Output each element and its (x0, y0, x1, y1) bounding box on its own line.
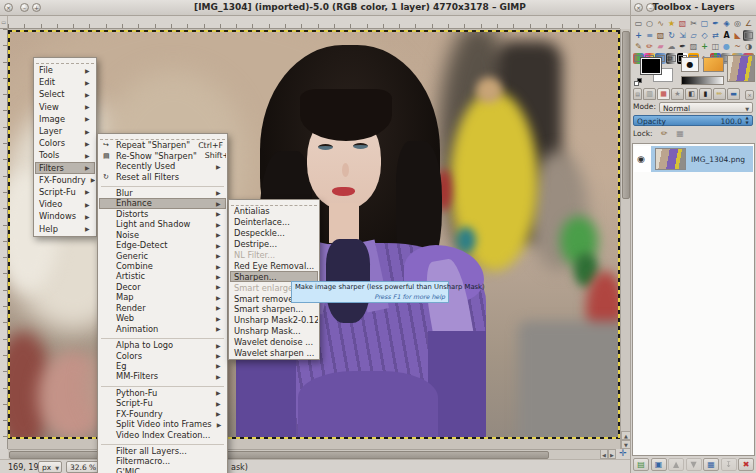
lower-layer-button[interactable]: ▼ (686, 458, 702, 471)
opacity-slider[interactable]: Opacity 100.0 ▲▼ (633, 115, 753, 126)
menu-item[interactable]: Unsharp Mask2-0.12... (230, 315, 318, 326)
blur-sharpen-tool[interactable]: ● (721, 41, 732, 52)
layer-row[interactable]: ◉ IMG_1304.png (634, 146, 753, 172)
smudge-tool[interactable]: ~ (732, 41, 743, 52)
menu-item-filters[interactable]: Filters ▶ (35, 162, 95, 174)
raise-layer-button[interactable]: ▲ (668, 458, 684, 471)
menu-item[interactable]: Despeckle... (230, 228, 318, 239)
menu-item[interactable]: FX-Foundry ▶ (99, 409, 226, 419)
menu-item[interactable]: Animation ▶ (99, 323, 226, 333)
menu-item[interactable]: Combine ▶ (99, 261, 226, 271)
select-by-color-tool[interactable]: ▧ (677, 18, 688, 29)
heal-tool[interactable]: + (699, 41, 710, 52)
tab-layers[interactable]: ▦ (657, 88, 670, 100)
menu-item[interactable]: NL Filter... (230, 250, 318, 261)
bucket-fill-tool[interactable]: ◣ (732, 30, 743, 41)
tab-brushes[interactable]: ✏ (713, 88, 726, 100)
horizontal-ruler[interactable] (8, 16, 620, 29)
new-group-button[interactable]: ▣ (651, 458, 667, 471)
opacity-spinner[interactable]: ▲▼ (743, 116, 751, 125)
horizontal-scrollbar-thumb[interactable] (9, 451, 549, 459)
foreground-color-swatch[interactable] (641, 58, 661, 74)
menu-item[interactable]: Edge-Detect ▶ (99, 240, 226, 250)
tab-gradients[interactable]: ▬ (727, 88, 740, 100)
scroll-left-button[interactable]: ◀ (600, 449, 608, 459)
paths-tool[interactable]: ✒ (710, 18, 721, 29)
menu-item[interactable]: Decor ▶ (99, 282, 226, 292)
menu-item[interactable]: Tools ▶ (35, 149, 95, 161)
fuzzy-select-tool[interactable]: ★ (666, 18, 677, 29)
menu-item-enhance[interactable]: Enhance ▶ (99, 198, 226, 208)
menu-item[interactable]: Web ▶ (99, 313, 226, 323)
eraser-tool[interactable]: ▰ (655, 41, 666, 52)
menu-item[interactable]: Smart sharpen... (230, 304, 318, 315)
menu-item[interactable]: Split Video into Frames ▶ (99, 419, 226, 429)
menu-item[interactable]: Recently Used ▶ (99, 161, 226, 171)
menu-item[interactable]: Deinterlace... (230, 217, 318, 228)
color-picker-tool[interactable]: ◈ (721, 18, 732, 29)
menu-item[interactable] (101, 183, 224, 187)
menu-item[interactable] (101, 383, 224, 387)
swap-colors-icon[interactable]: ⇄ (667, 55, 673, 63)
menu-item[interactable]: Alpha to Logo ▶ (99, 340, 226, 350)
layer-visibility-eye-icon[interactable]: ◉ (637, 154, 645, 164)
menu-item[interactable]: MM-Filters ▶ (99, 371, 226, 381)
tab-paths[interactable]: ◧ (685, 88, 698, 100)
menu-item[interactable]: Map ▶ (99, 292, 226, 302)
clone-tool[interactable]: ▨ (688, 41, 699, 52)
layer-name[interactable]: IMG_1304.png (691, 155, 745, 164)
crop-tool[interactable]: ▧ (655, 30, 666, 41)
menu-item[interactable]: Image ▶ (35, 113, 95, 125)
airbrush-tool[interactable]: ☁ (666, 41, 677, 52)
align-tool[interactable]: ≡ (644, 30, 655, 41)
menu-item[interactable]: Antialias (230, 206, 318, 217)
menu-item[interactable]: File ▶ (35, 64, 95, 76)
shear-tool[interactable]: ▱ (688, 30, 699, 41)
menu-item[interactable]: Render ▶ (99, 303, 226, 313)
menu-item[interactable]: View ▶ (35, 101, 95, 113)
vertical-scrollbar[interactable]: ▲ ▼ (620, 29, 630, 449)
menu-item[interactable]: Red Eye Removal... (230, 260, 318, 271)
menu-item[interactable]: Help ▶ (35, 222, 95, 234)
zoom-tool[interactable]: ◎ (732, 18, 743, 29)
menu-item[interactable]: Layer ▶ (35, 125, 95, 137)
menu-item[interactable]: Video Index Creation... (99, 429, 226, 439)
image-thumbnail[interactable] (727, 55, 755, 82)
menu-item[interactable]: Artistic ▶ (99, 271, 226, 281)
mode-dropdown[interactable]: Normal▼ (659, 102, 753, 113)
menu-item-reshow-sharpen[interactable]: ▤ Re-Show "Sharpen" Shift+Ctrl+F (99, 150, 226, 160)
lock-alpha-icon[interactable]: ▦ (676, 129, 684, 138)
tab-tool-options[interactable]: ▤ (633, 88, 642, 100)
perspective-clone-tool[interactable]: ◫ (710, 41, 721, 52)
menu-item[interactable] (101, 335, 224, 339)
tab-channels[interactable]: ★ (671, 88, 684, 100)
brush-preview[interactable]: ● (681, 57, 699, 72)
menu-item[interactable]: Edit ▶ (35, 76, 95, 88)
menu-item[interactable]: Blur ▶ (99, 188, 226, 198)
menu-item[interactable] (101, 441, 224, 445)
menu-item[interactable]: Colors ▶ (35, 137, 95, 149)
panel-titlebar[interactable]: × – Toolbox - Layers (630, 0, 756, 16)
new-layer-button[interactable]: ▤ (633, 458, 649, 471)
menu-item[interactable]: Select ▶ (35, 88, 95, 100)
menu-item[interactable]: Script-Fu ▶ (99, 398, 226, 408)
ink-tool[interactable]: ✒ (677, 41, 688, 52)
rotate-tool[interactable]: ↻ (666, 30, 677, 41)
text-tool[interactable]: A (721, 30, 732, 41)
vertical-scrollbar-thumb[interactable] (622, 31, 630, 199)
free-select-tool[interactable]: ∿ (655, 18, 666, 29)
main-window-titlebar[interactable]: × – + [IMG_1304] (imported)-5.0 (RGB col… (0, 0, 630, 16)
perspective-tool[interactable]: ◇ (699, 30, 710, 41)
dodge-burn-tool[interactable]: ◑ (743, 41, 754, 52)
pencil-tool[interactable]: ✎ (633, 41, 644, 52)
menu-item[interactable]: Windows ▶ (35, 210, 95, 222)
measure-tool[interactable]: ∠ (743, 18, 754, 29)
gradient-preview[interactable] (681, 76, 724, 85)
gradient-tool[interactable] (743, 30, 754, 41)
menu-item[interactable]: Noise ▶ (99, 230, 226, 240)
tab-menu-button[interactable]: × (745, 90, 754, 100)
menu-item[interactable]: G'MIC... (99, 467, 226, 473)
vertical-ruler[interactable] (0, 29, 8, 449)
scroll-right-button[interactable]: ▶ (608, 449, 616, 459)
menu-item[interactable]: Video ▶ (35, 198, 95, 210)
